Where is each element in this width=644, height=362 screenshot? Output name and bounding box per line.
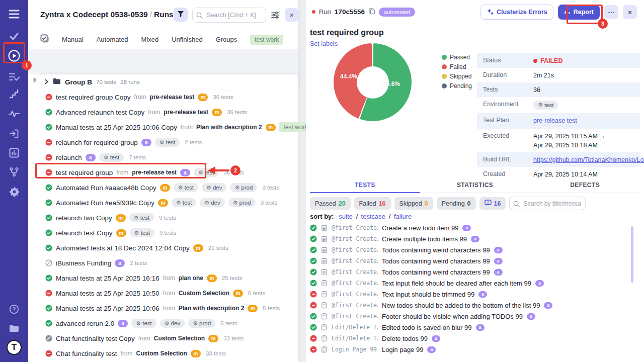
tab-automated[interactable]: Automated bbox=[97, 36, 128, 43]
test-row[interactable]: @first Create…Create a new todo item 99a bbox=[310, 222, 632, 233]
run-row[interactable]: iBusiness Fundinga2 tests bbox=[28, 255, 298, 270]
test-row[interactable]: @first Create…Text input should be trimm… bbox=[310, 289, 632, 300]
gear-icon: ⚙ bbox=[233, 200, 238, 206]
run-row[interactable]: Automated tests at 18 Dec 2024 12:04 Cop… bbox=[28, 240, 298, 255]
projects-icon[interactable] bbox=[0, 319, 28, 338]
run-tests-count: 3 tests bbox=[262, 185, 279, 191]
run-tests-count: 5 tests bbox=[263, 305, 280, 311]
test-case-icon bbox=[321, 335, 328, 342]
comments-filter-chip[interactable]: 16 bbox=[479, 197, 506, 210]
label-filter-chip[interactable]: test work bbox=[250, 35, 283, 45]
tab-unfinished[interactable]: Unfinished bbox=[172, 36, 202, 43]
panel-close-button[interactable]: × bbox=[285, 8, 298, 22]
run-row[interactable]: test required group Copyfrompre-release … bbox=[28, 89, 298, 105]
tab-tests[interactable]: TESTS bbox=[310, 178, 420, 193]
automated-badge: a bbox=[86, 154, 96, 161]
run-row[interactable]: Chat functinality testfromCustom Selecti… bbox=[28, 346, 298, 361]
test-row[interactable]: @first Create…New todos should be added … bbox=[310, 300, 632, 311]
run-row[interactable]: Manual tests at 25 Apr 2025 10:06 Copyfr… bbox=[28, 120, 298, 135]
set-labels-link[interactable]: Set labels bbox=[310, 40, 338, 48]
run-row[interactable]: Manual tests at 25 Apr 2025 10:50fromCus… bbox=[28, 286, 298, 301]
analytics-icon[interactable] bbox=[0, 143, 28, 162]
settings-gear-icon[interactable] bbox=[0, 182, 28, 201]
filter-count: 0 bbox=[467, 200, 471, 207]
sort-link-failure[interactable]: failure bbox=[394, 213, 412, 221]
run-row[interactable]: Manual tests at 25 Apr 2025 16:16frompla… bbox=[28, 270, 298, 286]
comments-count: 16 bbox=[494, 200, 501, 207]
multi-select-icon[interactable] bbox=[40, 34, 49, 45]
test-cases-icon[interactable] bbox=[0, 67, 28, 86]
test-row[interactable]: Edit/Delete T…Delete todos 99a bbox=[310, 333, 632, 344]
tab-manual[interactable]: Manual bbox=[62, 36, 84, 43]
failed-dot bbox=[533, 59, 537, 63]
filter-chip-pending[interactable]: Pending0 bbox=[437, 197, 476, 210]
steps-icon[interactable] bbox=[0, 84, 28, 104]
run-row[interactable]: relauncha⚙test7 tests bbox=[28, 150, 298, 165]
filter-chip-passed[interactable]: Passed20 bbox=[310, 197, 351, 210]
run-plan-name: pre-release test bbox=[150, 94, 195, 101]
test-row[interactable]: Edit/Delete T…Edited todo is saved on bl… bbox=[310, 322, 632, 333]
tab-groups[interactable]: Groups bbox=[216, 36, 237, 43]
detail-close-button[interactable]: × bbox=[623, 5, 637, 19]
more-button[interactable]: ··· bbox=[604, 5, 618, 19]
run-row[interactable]: Chat functinality test CopyfromCustom Se… bbox=[28, 331, 298, 346]
run-row[interactable]: test required groupfrompre-release testa… bbox=[28, 165, 298, 180]
test-row[interactable]: @first Create…Todos containing weird cha… bbox=[310, 244, 632, 255]
report-label: Report bbox=[574, 9, 594, 16]
legend-item-failed[interactable]: Failed bbox=[442, 63, 472, 70]
run-row[interactable]: relaunch two Copym⚙test9 tests bbox=[28, 210, 298, 225]
copy-icon[interactable] bbox=[368, 8, 375, 17]
run-title: relaunch for required group bbox=[56, 139, 138, 146]
test-suite-name: @first Create… bbox=[332, 291, 378, 298]
group-row[interactable]: Group B 70 tests 28 runs bbox=[39, 74, 298, 89]
test-row[interactable]: Login Page 99Login page 99a bbox=[310, 344, 632, 355]
run-row[interactable]: relaunch test Copym⚙test9 tests bbox=[28, 225, 298, 240]
tab-statistics[interactable]: STATISTICS bbox=[420, 178, 530, 193]
legend-item-pending[interactable]: Pending bbox=[442, 82, 472, 89]
run-title: Automated Run #aaace48b Copy bbox=[56, 184, 156, 192]
branches-icon[interactable] bbox=[0, 162, 28, 182]
manual-badge: m bbox=[208, 335, 218, 342]
sort-link-suite[interactable]: suite bbox=[339, 213, 352, 221]
test-row[interactable]: @first Create…Todos containing weird cha… bbox=[310, 255, 632, 266]
help-icon[interactable]: ? bbox=[0, 300, 28, 319]
tune-icon[interactable] bbox=[270, 11, 280, 20]
legend-item-skipped[interactable]: Skipped bbox=[442, 73, 472, 80]
run-row[interactable]: Manual tests at 25 Apr 2025 10:06fromPla… bbox=[28, 301, 298, 316]
avatar[interactable]: T bbox=[0, 338, 28, 357]
test-row[interactable]: @first Create…Create multiple todo items… bbox=[310, 233, 632, 244]
run-row[interactable]: Automated Run #ea5f939c Copym⚙test⚙dev⚙p… bbox=[28, 195, 298, 210]
tests-search-input[interactable] bbox=[509, 197, 586, 210]
tab-defects[interactable]: DEFECTS bbox=[530, 178, 640, 193]
run-row[interactable]: Advanced relaunch test Copyfrompre-relea… bbox=[28, 105, 298, 120]
clusterize-errors-button[interactable]: Clusterize Errors bbox=[480, 5, 553, 20]
build-url-link[interactable]: https://github.com/TetianaKhomenko/Lo... bbox=[533, 155, 644, 164]
pulse-icon[interactable] bbox=[0, 104, 28, 123]
chevron-right-icon[interactable] bbox=[44, 77, 49, 86]
environment-chip: ⚙test bbox=[172, 198, 196, 207]
test-plan-link[interactable]: pre-release test bbox=[533, 116, 577, 126]
run-row[interactable]: advanced rerun 2.0a⚙test⚙dev⚙prod5 tests bbox=[28, 316, 298, 331]
tab-mixed[interactable]: Mixed bbox=[141, 36, 159, 43]
filter-chip-skipped[interactable]: Skipped0 bbox=[394, 197, 433, 210]
legend-label: Passed bbox=[450, 54, 470, 61]
chart-legend: PassedFailedSkippedPending bbox=[442, 54, 472, 89]
filter-chip-failed[interactable]: Failed16 bbox=[354, 197, 391, 210]
runs-search-input[interactable] bbox=[192, 8, 266, 23]
menu-icon[interactable] bbox=[0, 5, 28, 24]
run-row[interactable]: relaunch for required groupa⚙test2 tests bbox=[28, 135, 298, 150]
filter-button[interactable] bbox=[174, 8, 188, 22]
scrollbar-thumb[interactable] bbox=[631, 226, 633, 283]
test-row[interactable]: @first Create…Text input field should be… bbox=[310, 278, 632, 289]
report-button[interactable]: Report bbox=[558, 5, 600, 20]
run-tests-count: 7 tests bbox=[129, 154, 146, 160]
test-row[interactable]: @first Create…Todos containing weird cha… bbox=[310, 266, 632, 278]
runs-play-icon[interactable] bbox=[0, 46, 28, 65]
test-suite-name: Login Page 99 bbox=[332, 346, 378, 353]
import-icon[interactable] bbox=[0, 124, 28, 143]
test-row[interactable]: @first Create…Footer should be visible w… bbox=[310, 311, 632, 322]
sort-link-testcase[interactable]: testcase bbox=[361, 213, 385, 221]
run-row[interactable]: Automated Run #aaace48b Copym⚙test⚙dev⚙p… bbox=[28, 180, 298, 195]
check-icon[interactable] bbox=[0, 27, 28, 46]
legend-item-passed[interactable]: Passed bbox=[442, 54, 472, 61]
